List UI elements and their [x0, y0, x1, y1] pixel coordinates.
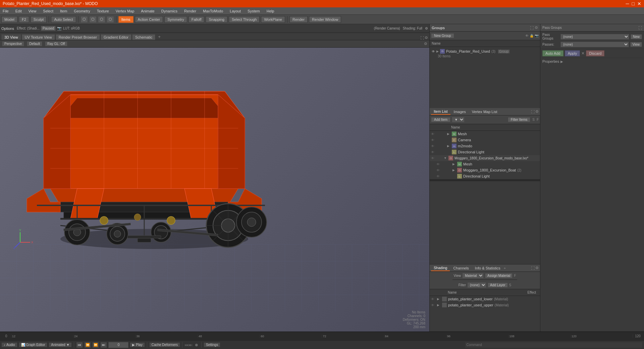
- vp-panel-expand[interactable]: ⛶: [420, 36, 424, 40]
- vp-header-icons[interactable]: ⚙: [424, 42, 427, 46]
- add-item-dropdown[interactable]: ▼: [452, 117, 465, 122]
- transport-start-btn[interactable]: ⏮: [76, 342, 83, 348]
- new-group-btn[interactable]: New Group: [431, 33, 454, 38]
- mode-model-btn[interactable]: Model: [1, 16, 17, 23]
- mode-f2-btn[interactable]: F2: [19, 16, 29, 23]
- graph-editor-btn[interactable]: 📊 Graph Editor: [19, 342, 48, 347]
- menu-vertex-map[interactable]: Vertex Map: [114, 8, 136, 14]
- tab-gradient-editor[interactable]: Gradient Editor: [101, 34, 131, 40]
- fr-expand-btn[interactable]: ⛶: [638, 26, 642, 30]
- il-row-arrow-4[interactable]: ▼: [444, 156, 447, 160]
- items-btn[interactable]: Items: [118, 16, 133, 23]
- il-tab-vertex-map-list[interactable]: Vertex Map List: [469, 109, 500, 114]
- menu-help[interactable]: Help: [265, 8, 276, 14]
- il-tab-images[interactable]: Images: [451, 109, 469, 114]
- menu-maxtomodo[interactable]: MaxToModo: [202, 8, 224, 14]
- mode-sculpt-btn[interactable]: Sculpt: [31, 16, 47, 23]
- groups-settings-btn[interactable]: ⚙: [535, 26, 538, 30]
- constraint-icon-2[interactable]: ⬡: [89, 16, 97, 23]
- assign-material-btn[interactable]: Assign Material: [485, 273, 513, 278]
- mat-row-upper[interactable]: 👁 ▶ potato_planter_used_upper (Material): [430, 302, 540, 308]
- auto-add-btn[interactable]: Auto Add: [542, 50, 564, 56]
- menu-item[interactable]: Item: [59, 8, 68, 14]
- transport-prev-btn[interactable]: ⏪: [84, 342, 91, 348]
- constraint-icon-3[interactable]: ⬡: [98, 16, 105, 23]
- il-row-arrow-5[interactable]: ▶: [452, 162, 456, 166]
- menu-animate[interactable]: Animate: [140, 8, 156, 14]
- group-arrow[interactable]: ▶: [436, 50, 439, 53]
- sh-tab-channels[interactable]: Channels: [450, 265, 471, 271]
- action-center-btn[interactable]: Action Center: [135, 16, 163, 23]
- mat-arrow-upper[interactable]: ▶: [437, 303, 439, 307]
- tab-schematic[interactable]: Schematic: [132, 34, 155, 40]
- sh-panel-settings[interactable]: ⚙: [535, 266, 539, 270]
- default-btn[interactable]: Default: [27, 41, 42, 46]
- close-btn[interactable]: ✕: [637, 1, 641, 6]
- groups-expand-btn[interactable]: ⛶: [530, 26, 534, 30]
- il-row-mesh[interactable]: 👁 ▶ M Mesh: [430, 131, 540, 137]
- command-input[interactable]: [465, 342, 643, 348]
- il-row-directional-light-1[interactable]: 👁 L Directional Light: [430, 149, 540, 155]
- tab-render-preset-browser[interactable]: Render Preset Browser: [56, 34, 100, 40]
- il-row-arrow-0[interactable]: ▶: [447, 132, 450, 136]
- options-menu[interactable]: Options: [0, 26, 15, 31]
- minimize-btn[interactable]: ─: [626, 1, 629, 6]
- render-btn[interactable]: Render: [289, 16, 308, 23]
- apply-btn[interactable]: Apply: [565, 50, 580, 56]
- constraint-icon-4[interactable]: ⬡: [107, 16, 114, 23]
- audio-btn[interactable]: ♪ Audio: [1, 342, 17, 347]
- menu-file[interactable]: File: [1, 8, 10, 14]
- discard-x-icon[interactable]: ✕: [581, 51, 585, 56]
- menu-layout[interactable]: Layout: [228, 8, 242, 14]
- viewport-canvas[interactable]: X Y Z No Items Channels: 0 Deformers: ON…: [0, 48, 429, 332]
- cache-deformers-btn[interactable]: Cache Deformers: [149, 342, 180, 347]
- sh-panel-expand[interactable]: ⛶: [531, 266, 535, 270]
- il-panel-settings[interactable]: ⚙: [535, 109, 539, 114]
- select-through-btn[interactable]: Select Through: [229, 16, 260, 23]
- animated-btn[interactable]: Animated ▼: [49, 342, 72, 347]
- properties-arrow[interactable]: ▶: [560, 60, 563, 63]
- filter-items-btn[interactable]: Filter Items: [508, 117, 530, 122]
- constraint-icon-1[interactable]: ⬡: [80, 16, 88, 23]
- perspective-btn[interactable]: Perspective: [2, 41, 24, 46]
- new-pass-btn[interactable]: New: [631, 34, 642, 39]
- vp-panel-settings[interactable]: ⚙: [425, 36, 428, 40]
- add-item-btn[interactable]: Add Item: [431, 117, 450, 122]
- window-controls[interactable]: ─ □ ✕: [626, 1, 641, 6]
- il-row-arrow-6[interactable]: ▶: [452, 168, 456, 172]
- il-row-arrow-2[interactable]: ▶: [447, 144, 450, 148]
- auto-select-btn[interactable]: Auto Select: [51, 16, 76, 23]
- sh-tab-shading[interactable]: Shading: [431, 265, 450, 271]
- group-row-0[interactable]: 👁 ▶ G Potato_Planter_Red_Used (3) Group: [431, 48, 539, 54]
- menu-render[interactable]: Render: [183, 8, 198, 14]
- ray-gl-btn[interactable]: Ray GL: Off: [45, 41, 67, 46]
- menu-view[interactable]: View: [27, 8, 38, 14]
- il-row-m2modo[interactable]: 👁 ▶ m m2modo: [430, 143, 540, 149]
- add-layer-btn[interactable]: Add Layer: [488, 283, 508, 288]
- il-row-moggaro[interactable]: 👁 ▼ O Moggaro_1800_Excursion_Boat_modo_b…: [430, 155, 540, 161]
- sh-panel-plus[interactable]: +: [504, 266, 506, 270]
- menu-system[interactable]: System: [246, 8, 261, 14]
- il-row-camera[interactable]: 👁 C Camera: [430, 137, 540, 143]
- menu-edit[interactable]: Edit: [14, 8, 23, 14]
- passes-dropdown[interactable]: (none): [560, 42, 629, 47]
- snapping-btn[interactable]: Snapping: [206, 16, 227, 23]
- shading-view-dropdown[interactable]: Material: [462, 273, 484, 279]
- il-row-mesh-2[interactable]: 👁 ▶ M Mesh: [430, 161, 540, 167]
- tab-3d-view[interactable]: 3D View: [1, 34, 21, 40]
- render-window-btn[interactable]: Render Window: [309, 16, 341, 23]
- play-btn[interactable]: ▶ Play: [130, 342, 145, 347]
- settings-btn[interactable]: Settings: [204, 342, 220, 347]
- mat-arrow-lower[interactable]: ▶: [437, 297, 439, 301]
- add-tab-btn[interactable]: +: [156, 34, 163, 40]
- discard-btn[interactable]: Discard: [586, 50, 604, 56]
- transport-next-btn[interactable]: ⏩: [92, 342, 99, 348]
- menu-texture[interactable]: Texture: [96, 8, 110, 14]
- mat-row-lower[interactable]: 👁 ▶ potato_planter_used_lower (Material): [430, 296, 540, 302]
- il-row-directional-light-2[interactable]: 👁 L Directional Light: [430, 173, 540, 179]
- il-scrollbar[interactable]: [430, 179, 540, 181]
- symmetry-btn[interactable]: Symmetry: [164, 16, 187, 23]
- menu-geometry[interactable]: Geometry: [72, 8, 91, 14]
- frame-input[interactable]: [108, 342, 128, 348]
- pass-groups-dropdown[interactable]: (none): [560, 34, 629, 40]
